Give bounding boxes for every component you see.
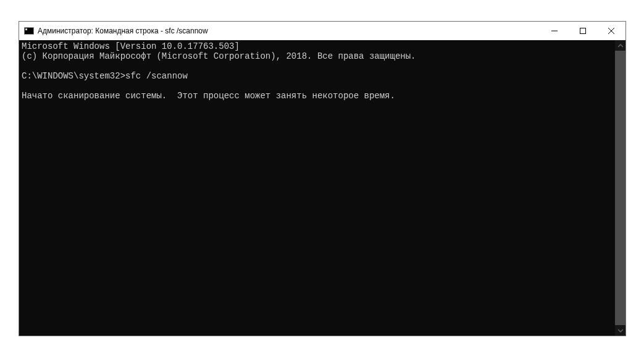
maximize-icon <box>580 28 586 34</box>
copyright-line: (c) Корпорация Майкрософт (Microsoft Cor… <box>22 51 416 61</box>
close-button[interactable] <box>597 22 625 40</box>
version-line: Microsoft Windows [Version 10.0.17763.50… <box>22 41 240 51</box>
svg-rect-1 <box>580 28 586 34</box>
window-controls <box>540 22 625 40</box>
scroll-down-button[interactable] <box>615 325 625 336</box>
chevron-down-icon <box>618 328 623 333</box>
scroll-track[interactable] <box>615 51 625 325</box>
maximize-button[interactable] <box>569 22 597 40</box>
scroll-thumb[interactable] <box>615 51 625 325</box>
titlebar[interactable]: Администратор: Командная строка - sfc /s… <box>19 22 625 40</box>
vertical-scrollbar[interactable] <box>615 40 625 336</box>
prompt-line: C:\WINDOWS\system32>sfc /scannow <box>22 71 188 81</box>
minimize-button[interactable] <box>540 22 569 40</box>
terminal-output[interactable]: Microsoft Windows [Version 10.0.17763.50… <box>19 40 615 336</box>
close-icon <box>608 28 614 34</box>
minimize-icon <box>551 28 558 34</box>
terminal-area: Microsoft Windows [Version 10.0.17763.50… <box>19 40 625 336</box>
chevron-up-icon <box>618 43 623 48</box>
titlebar-left: Администратор: Командная строка - sfc /s… <box>24 27 208 35</box>
status-line: Начато сканирование системы. Этот процес… <box>22 91 395 101</box>
cmd-icon <box>24 27 34 35</box>
command-prompt-window: Администратор: Командная строка - sfc /s… <box>19 21 626 336</box>
window-title: Администратор: Командная строка - sfc /s… <box>38 27 208 35</box>
scroll-up-button[interactable] <box>615 40 625 51</box>
